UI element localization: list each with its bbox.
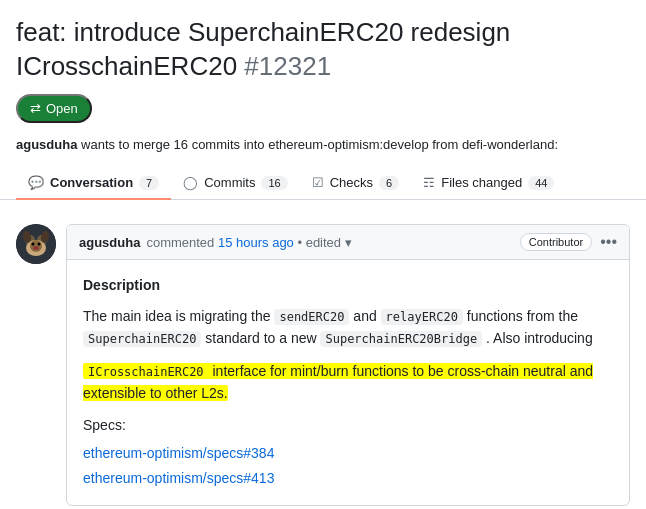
contributor-badge: Contributor bbox=[520, 233, 592, 251]
comment-author[interactable]: agusduha bbox=[79, 235, 140, 250]
body-cont1: functions from the bbox=[467, 308, 578, 324]
svg-point-6 bbox=[38, 243, 41, 246]
comment-content: Description The main idea is migrating t… bbox=[67, 260, 629, 505]
comment-meta: commented 15 hours ago • edited ▾ bbox=[146, 235, 351, 250]
code-ICrosschainERC20: ICrosschainERC20 bbox=[83, 364, 209, 380]
tab-commits[interactable]: ◯ Commits 16 bbox=[171, 167, 300, 200]
body-cont2: standard to a new bbox=[205, 330, 316, 346]
open-badge-label: Open bbox=[46, 101, 78, 116]
specs-section: Specs: ethereum-optimism/specs#384 ether… bbox=[83, 414, 613, 491]
tab-commits-count: 16 bbox=[261, 176, 287, 190]
tab-files[interactable]: ☶ Files changed 44 bbox=[411, 167, 566, 200]
comment-time-link[interactable]: 15 hours ago bbox=[218, 235, 298, 250]
code-SuperchainERC20: SuperchainERC20 bbox=[83, 331, 201, 347]
tab-conversation-count: 7 bbox=[139, 176, 159, 190]
tabs-container: 💬 Conversation 7 ◯ Commits 16 ☑ Checks 6… bbox=[0, 167, 646, 200]
comment-header: agusduha commented 15 hours ago • edited… bbox=[67, 225, 629, 260]
comment-action: commented bbox=[146, 235, 214, 250]
tab-files-label: Files changed bbox=[441, 175, 522, 190]
body-intro: The main idea is migrating the bbox=[83, 308, 271, 324]
files-icon: ☶ bbox=[423, 175, 435, 190]
checks-icon: ☑ bbox=[312, 175, 324, 190]
tab-commits-label: Commits bbox=[204, 175, 255, 190]
merge-commits-count: 16 bbox=[174, 137, 192, 152]
merge-from: from bbox=[432, 137, 458, 152]
pr-status-row: ⇄ Open bbox=[16, 94, 630, 123]
page-container: feat: introduce SuperchainERC20 redesign… bbox=[0, 0, 646, 509]
pr-title: feat: introduce SuperchainERC20 redesign… bbox=[16, 16, 630, 84]
conversation-icon: 💬 bbox=[28, 175, 44, 190]
specs-label: Specs: bbox=[83, 414, 613, 436]
comment-body-text: The main idea is migrating the sendERC20… bbox=[83, 305, 613, 350]
body-and: and bbox=[353, 308, 376, 324]
svg-point-5 bbox=[32, 243, 35, 246]
comment-header-right: Contributor ••• bbox=[520, 233, 617, 251]
tab-checks-label: Checks bbox=[330, 175, 373, 190]
code-SuperchainERC20Bridge: SuperchainERC20Bridge bbox=[320, 331, 482, 347]
tab-checks[interactable]: ☑ Checks 6 bbox=[300, 167, 411, 200]
comment-edited: edited bbox=[306, 235, 341, 250]
merge-action: wants to merge bbox=[81, 137, 170, 152]
target-branch[interactable]: ethereum-optimism:develop bbox=[268, 137, 428, 152]
comment-body: agusduha commented 15 hours ago • edited… bbox=[66, 224, 630, 506]
code-relayERC20: relayERC20 bbox=[381, 309, 463, 325]
open-badge-icon: ⇄ bbox=[30, 101, 41, 116]
comment-block: agusduha commented 15 hours ago • edited… bbox=[16, 224, 630, 506]
specs-link-1[interactable]: ethereum-optimism/specs#384 bbox=[83, 441, 613, 466]
pr-number: #12321 bbox=[244, 51, 331, 81]
tab-conversation-label: Conversation bbox=[50, 175, 133, 190]
open-badge[interactable]: ⇄ Open bbox=[16, 94, 92, 123]
code-sendERC20: sendERC20 bbox=[274, 309, 349, 325]
source-branch[interactable]: defi-wonderland: bbox=[462, 137, 558, 152]
tab-checks-count: 6 bbox=[379, 176, 399, 190]
svg-point-7 bbox=[33, 246, 39, 250]
body-cont3: . Also introducing bbox=[486, 330, 593, 346]
merge-user[interactable]: agusduha bbox=[16, 137, 77, 152]
avatar[interactable] bbox=[16, 224, 56, 264]
tab-files-count: 44 bbox=[528, 176, 554, 190]
description-title: Description bbox=[83, 274, 613, 296]
comment-header-left: agusduha commented 15 hours ago • edited… bbox=[79, 235, 352, 250]
merge-info: agusduha wants to merge 16 commits into … bbox=[16, 135, 630, 156]
comment-body-highlight: ICrosschainERC20 interface for mint/burn… bbox=[83, 360, 613, 405]
commits-icon: ◯ bbox=[183, 175, 198, 190]
merge-into: commits into bbox=[192, 137, 265, 152]
comment-time: 15 hours ago bbox=[218, 235, 294, 250]
tab-conversation[interactable]: 💬 Conversation 7 bbox=[16, 167, 171, 200]
specs-link-2[interactable]: ethereum-optimism/specs#413 bbox=[83, 466, 613, 491]
more-menu-button[interactable]: ••• bbox=[600, 233, 617, 251]
content-area: agusduha commented 15 hours ago • edited… bbox=[16, 200, 630, 509]
